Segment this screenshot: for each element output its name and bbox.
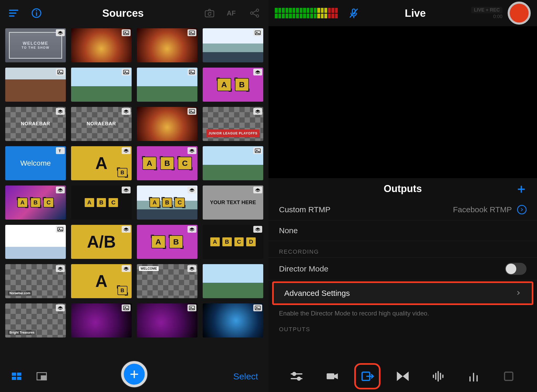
svg-marker-39 xyxy=(190,188,194,190)
thumb-badge-layers-icon xyxy=(253,69,262,75)
source-thumbnail[interactable]: ABC xyxy=(5,186,66,220)
svg-marker-48 xyxy=(190,267,194,269)
source-thumbnail[interactable] xyxy=(71,68,132,102)
output-row-value: Facebook RTMP xyxy=(453,205,512,214)
mixer-icon[interactable] xyxy=(289,368,304,384)
source-thumbnail[interactable] xyxy=(71,28,132,62)
source-thumbnail[interactable] xyxy=(5,225,66,259)
source-thumbnail[interactable] xyxy=(203,303,263,337)
source-thumbnail[interactable]: YOUR TEXT HERE xyxy=(203,186,263,220)
svg-point-10 xyxy=(256,15,259,17)
source-thumbnail[interactable]: Bright Treasures xyxy=(5,303,66,337)
source-thumbnail[interactable] xyxy=(5,68,66,102)
layout-view-icon[interactable] xyxy=(36,370,48,382)
svg-marker-40 xyxy=(255,188,260,190)
live-preview xyxy=(268,26,537,178)
svg-marker-31 xyxy=(255,110,260,112)
svg-text:T: T xyxy=(59,149,61,153)
advanced-settings-highlight: Advanced Settings xyxy=(272,281,533,305)
source-thumbnail[interactable]: AB xyxy=(203,68,263,102)
output-row-custom-rtmp[interactable]: Custom RTMP Facebook RTMP xyxy=(268,199,537,220)
audio-icon[interactable] xyxy=(430,368,446,384)
add-source-button[interactable]: + xyxy=(121,361,147,387)
live-rec-time: 0:00 xyxy=(493,14,502,19)
source-thumbnail[interactable]: ABC xyxy=(137,186,197,220)
overflow-icon[interactable] xyxy=(501,368,517,384)
thumb-badge-layers-icon xyxy=(122,108,131,115)
mic-mute-icon[interactable] xyxy=(348,8,359,19)
output-row-none[interactable]: None xyxy=(268,220,537,241)
director-mode-label: Director Mode xyxy=(279,264,328,273)
source-thumbnail[interactable]: WelcomeT xyxy=(5,146,66,180)
svg-point-5 xyxy=(36,10,37,12)
add-output-button[interactable]: ＋ xyxy=(515,180,528,197)
live-rec-status: LIVE + REC 0:00 xyxy=(471,7,502,19)
autofocus-icon[interactable]: AF xyxy=(226,7,238,19)
director-mode-toggle[interactable] xyxy=(505,263,527,275)
thumb-badge-image-icon xyxy=(56,69,65,75)
thumb-badge-image-icon xyxy=(122,304,131,311)
transitions-icon[interactable] xyxy=(395,368,411,384)
source-thumbnail[interactable] xyxy=(203,264,263,298)
source-thumbnail[interactable] xyxy=(137,303,197,337)
chevron-right-icon xyxy=(515,289,521,298)
source-thumbnail[interactable]: ABC xyxy=(137,146,197,180)
source-thumbnail[interactable]: A/B xyxy=(71,225,132,259)
camera-icon[interactable] xyxy=(324,368,340,384)
stats-icon[interactable] xyxy=(466,368,481,384)
advanced-settings-row[interactable]: Advanced Settings xyxy=(274,283,532,303)
thumb-badge-image-icon xyxy=(122,69,131,75)
svg-point-8 xyxy=(250,12,253,14)
source-thumbnail[interactable] xyxy=(203,146,263,180)
source-thumbnail[interactable]: AB xyxy=(71,146,132,180)
thumb-badge-image-icon xyxy=(187,69,196,75)
select-button[interactable]: Select xyxy=(233,371,258,382)
svg-point-68 xyxy=(298,377,300,380)
info-icon[interactable] xyxy=(30,7,42,19)
page-title-sources: Sources xyxy=(42,7,203,19)
section-recording-label: RECORDING xyxy=(268,241,537,257)
svg-marker-43 xyxy=(124,227,128,230)
thumb-badge-image-icon xyxy=(253,29,262,36)
svg-marker-74 xyxy=(403,372,409,381)
source-thumbnail[interactable]: Noraebar.com xyxy=(5,264,66,298)
source-thumbnail[interactable]: ABCD xyxy=(203,225,263,259)
source-thumbnail[interactable]: AB xyxy=(71,264,132,298)
share-icon[interactable] xyxy=(249,7,261,19)
svg-rect-6 xyxy=(205,11,214,17)
svg-marker-46 xyxy=(58,267,63,269)
source-thumbnail[interactable]: WELCOME xyxy=(137,264,197,298)
thumb-badge-image-icon xyxy=(187,108,196,115)
source-thumbnail[interactable]: ABC xyxy=(71,186,132,220)
grid-view-icon[interactable] xyxy=(10,370,23,382)
thumb-badge-layers-icon xyxy=(253,108,262,115)
svg-rect-61 xyxy=(41,376,46,380)
thumb-badge-image-icon xyxy=(253,304,262,311)
source-thumbnail[interactable] xyxy=(137,68,197,102)
thumb-badge-image-icon xyxy=(56,226,65,233)
source-thumbnail[interactable]: WELCOMETO THE SHOW xyxy=(5,28,66,62)
source-thumbnail[interactable]: AB xyxy=(137,225,197,259)
svg-line-11 xyxy=(253,11,256,13)
source-thumbnail[interactable] xyxy=(71,303,132,337)
section-outputs-label: OUTPUTS xyxy=(268,319,537,335)
camera-flip-icon[interactable] xyxy=(203,7,216,19)
outputs-tab-icon[interactable] xyxy=(359,368,375,384)
source-thumbnail[interactable]: NORAEBAR xyxy=(71,107,132,141)
source-thumbnail[interactable]: NORAEBAR xyxy=(5,107,66,141)
source-thumbnail[interactable] xyxy=(203,28,263,62)
svg-marker-13 xyxy=(58,31,63,34)
svg-rect-58 xyxy=(12,377,16,380)
source-thumbnail[interactable] xyxy=(137,107,197,141)
record-button[interactable] xyxy=(508,2,531,25)
source-thumbnail[interactable]: JUNIOR LEAGUE PLAYOFFS xyxy=(203,107,263,141)
thumb-badge-layers-icon xyxy=(122,265,131,272)
output-row-label: None xyxy=(279,226,298,235)
svg-marker-49 xyxy=(58,306,63,308)
menu-icon[interactable] xyxy=(8,7,20,19)
thumb-badge-layers-icon xyxy=(187,226,196,233)
director-mode-hint: Enable the Director Mode to record high … xyxy=(268,306,537,319)
source-thumbnail[interactable] xyxy=(137,28,197,62)
svg-marker-73 xyxy=(397,372,403,381)
thumb-badge-layers-icon xyxy=(253,226,262,233)
